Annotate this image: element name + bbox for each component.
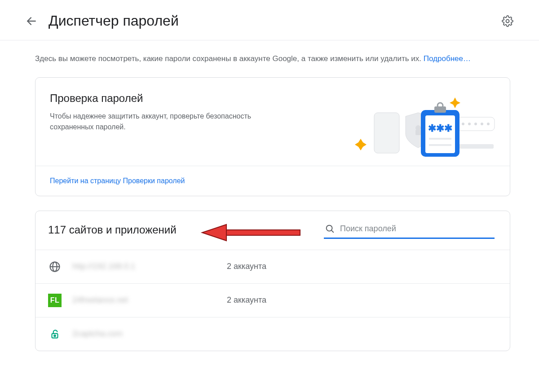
page-title: Диспетчер паролей <box>49 13 179 29</box>
svg-line-28 <box>331 230 333 232</box>
svg-marker-26 <box>202 225 226 241</box>
svg-point-11 <box>474 123 477 125</box>
svg-point-1 <box>506 19 509 22</box>
app-header: Диспетчер паролей <box>0 0 539 40</box>
checkup-illustration: ✱✱✱ <box>343 95 495 158</box>
back-button[interactable] <box>25 15 38 27</box>
site-row[interactable]: http://192.168.0.1 2 аккаунта <box>35 250 510 283</box>
svg-point-33 <box>54 335 55 336</box>
site-name: 24freelance.net <box>72 295 216 305</box>
site-name: 2captcha.com <box>72 329 216 339</box>
svg-rect-16 <box>434 106 446 113</box>
svg-rect-6 <box>415 130 421 135</box>
settings-button[interactable] <box>501 15 514 27</box>
red-arrow-icon <box>199 224 303 242</box>
arrow-left-icon <box>26 15 37 27</box>
password-search[interactable] <box>324 224 495 239</box>
svg-point-9 <box>462 123 464 125</box>
checkup-footer: Перейти на страницу Проверки паролей <box>35 166 510 196</box>
intro-text-row: Здесь вы можете посмотреть, какие пароли… <box>35 51 510 77</box>
site-row[interactable]: 2captcha.com <box>35 317 510 351</box>
intro-text: Здесь вы можете посмотреть, какие пароли… <box>35 54 424 63</box>
sites-heading: 117 сайтов и приложений <box>48 224 177 236</box>
checkup-text: Проверка паролей Чтобы надежнее защитить… <box>50 90 332 132</box>
gear-icon <box>502 15 513 27</box>
svg-point-10 <box>468 123 471 125</box>
checkup-body: Проверка паролей Чтобы надежнее защитить… <box>35 78 510 166</box>
svg-marker-3 <box>450 97 460 108</box>
site-account-count: 2 аккаунта <box>227 262 266 271</box>
site-name: http://192.168.0.1 <box>72 262 216 271</box>
svg-marker-2 <box>355 139 367 150</box>
learn-more-link[interactable]: Подробнее… <box>424 54 471 63</box>
search-input[interactable] <box>339 224 494 234</box>
annotation-arrow <box>199 224 303 243</box>
checkup-description: Чтобы надежнее защитить аккаунт, проверь… <box>50 111 283 132</box>
svg-point-12 <box>481 123 483 125</box>
checkup-title: Проверка паролей <box>50 92 332 105</box>
password-checkup-card: Проверка паролей Чтобы надежнее защитить… <box>35 77 510 196</box>
site-row[interactable]: FL 24freelance.net 2 аккаунта <box>35 283 510 317</box>
checkup-cta-link[interactable]: Перейти на страницу Проверки паролей <box>50 177 185 185</box>
svg-point-13 <box>487 123 490 125</box>
open-lock-icon <box>48 327 62 341</box>
globe-icon <box>48 260 62 273</box>
saved-sites-card: 117 сайтов и приложений <box>35 211 510 351</box>
svg-rect-15 <box>425 115 455 153</box>
svg-text:✱✱✱: ✱✱✱ <box>428 123 452 134</box>
header-left: Диспетчер паролей <box>25 13 179 29</box>
search-icon <box>325 224 335 233</box>
clipboard-illustration-icon: ✱✱✱ <box>343 95 495 158</box>
sites-head: 117 сайтов и приложений <box>35 211 510 250</box>
svg-rect-4 <box>374 113 399 153</box>
svg-rect-24 <box>226 230 300 235</box>
fl-favicon-icon: FL <box>48 294 62 307</box>
site-account-count: 2 аккаунта <box>227 295 266 305</box>
